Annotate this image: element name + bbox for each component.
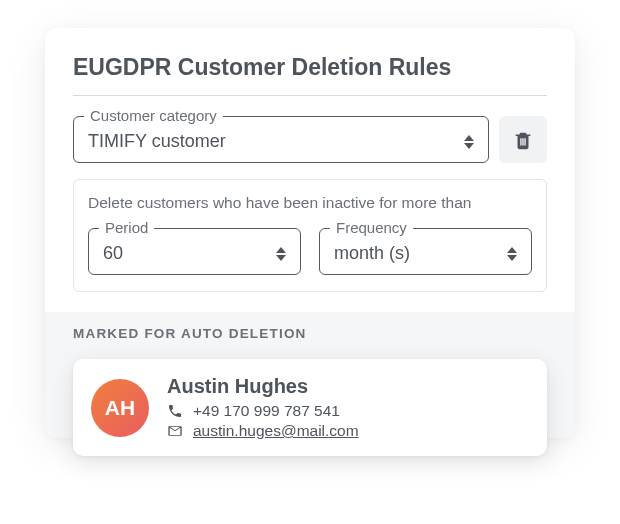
customer-category-value: TIMIFY customer: [88, 131, 226, 152]
contact-phone: +49 170 999 787 541: [193, 402, 340, 420]
deletion-rules-card: EUGDPR Customer Deletion Rules Customer …: [45, 28, 575, 438]
contact-name: Austin Hughes: [167, 375, 529, 398]
inactivity-rule-panel: Delete customers who have been inactive …: [73, 179, 547, 292]
customer-category-label: Customer category: [84, 107, 223, 124]
contact-email-line: austin.huges@mail.com: [167, 422, 529, 440]
period-select[interactable]: Period 60: [88, 228, 301, 275]
contact-card[interactable]: AH Austin Hughes +49 170 999 787 541 aus…: [73, 359, 547, 456]
avatar: AH: [91, 379, 149, 437]
page-title: EUGDPR Customer Deletion Rules: [73, 54, 547, 96]
trash-icon: [512, 128, 534, 152]
delete-rule-button[interactable]: [499, 116, 547, 163]
customer-category-select[interactable]: Customer category TIMIFY customer: [73, 116, 489, 163]
contact-info: Austin Hughes +49 170 999 787 541 austin…: [167, 375, 529, 440]
phone-icon: [167, 403, 183, 419]
sort-icon: [464, 135, 474, 149]
sort-icon: [276, 247, 286, 261]
frequency-label: Frequency: [330, 219, 413, 236]
period-label: Period: [99, 219, 154, 236]
marked-label: MARKED FOR AUTO DELETION: [73, 326, 547, 341]
period-value: 60: [103, 243, 123, 264]
contact-phone-line: +49 170 999 787 541: [167, 402, 529, 420]
frequency-value: month (s): [334, 243, 410, 264]
email-icon: [167, 423, 183, 439]
marked-for-deletion-section: MARKED FOR AUTO DELETION AH Austin Hughe…: [45, 312, 575, 438]
contact-email[interactable]: austin.huges@mail.com: [193, 422, 359, 440]
sort-icon: [507, 247, 517, 261]
frequency-select[interactable]: Frequency month (s): [319, 228, 532, 275]
category-row: Customer category TIMIFY customer: [73, 116, 547, 163]
rule-description: Delete customers who have been inactive …: [88, 194, 532, 212]
